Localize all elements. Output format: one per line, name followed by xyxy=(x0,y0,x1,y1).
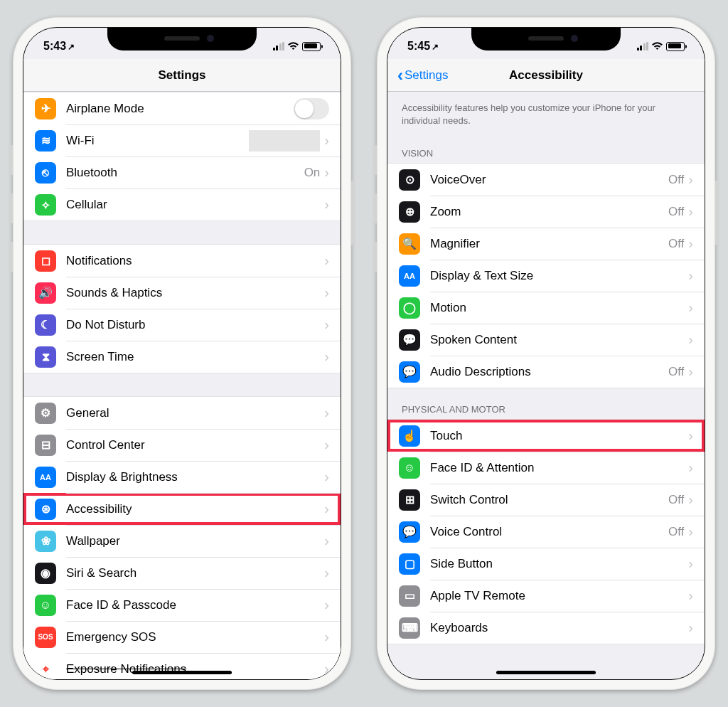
row-faceattention[interactable]: ☺Face ID & Attention› xyxy=(387,452,705,484)
row-magnifier[interactable]: 🔍MagnifierOff› xyxy=(387,228,705,260)
row-switchcontrol[interactable]: ⊞Switch ControlOff› xyxy=(387,484,705,516)
accessibility-list[interactable]: Accessibility features help you customiz… xyxy=(387,92,705,679)
notch xyxy=(107,27,257,51)
row-sounds[interactable]: 🔊Sounds & Haptics› xyxy=(23,277,341,309)
nav-bar: Settings xyxy=(23,59,341,92)
chevron-right-icon: › xyxy=(688,171,693,188)
display-icon: AA xyxy=(35,467,56,488)
group-description: Accessibility features help you customiz… xyxy=(387,92,705,132)
row-voiceover[interactable]: ⊙VoiceOverOff› xyxy=(387,164,705,196)
row-label: Touch xyxy=(430,429,688,443)
battery-icon xyxy=(302,42,321,51)
row-label: Emergency SOS xyxy=(66,630,324,644)
row-siri[interactable]: ◉Siri & Search› xyxy=(23,557,341,589)
row-faceid[interactable]: ☺Face ID & Passcode› xyxy=(23,589,341,621)
magnifier-icon: 🔍 xyxy=(399,233,420,255)
phone-right: 5:45↗ ‹ Settings Accessibility Accessibi… xyxy=(377,17,715,690)
appletv-icon: ▭ xyxy=(399,585,420,607)
zoom-icon: ⊕ xyxy=(399,201,420,223)
row-wifi[interactable]: ≋Wi-Fi› xyxy=(23,124,341,156)
sounds-icon: 🔊 xyxy=(35,282,56,304)
voiceover-icon: ⊙ xyxy=(399,169,420,191)
faceattention-icon: ☺ xyxy=(399,457,420,479)
row-audiodesc[interactable]: 💬Audio DescriptionsOff› xyxy=(387,356,705,388)
bluetooth-icon: ⎋ xyxy=(35,162,56,184)
row-notifications[interactable]: ◻Notifications› xyxy=(23,245,341,277)
chevron-right-icon: › xyxy=(324,629,329,645)
row-display[interactable]: AADisplay & Brightness› xyxy=(23,461,341,493)
row-sidebutton[interactable]: ▢Side Button› xyxy=(387,548,705,580)
nav-title: Settings xyxy=(158,68,205,83)
row-controlcenter[interactable]: ⊟Control Center› xyxy=(23,429,341,461)
row-label: Do Not Disturb xyxy=(66,318,324,332)
screen-right: 5:45↗ ‹ Settings Accessibility Accessibi… xyxy=(387,27,705,680)
row-keyboards[interactable]: ⌨Keyboards› xyxy=(387,612,705,644)
row-label: Motion xyxy=(430,301,688,315)
notch xyxy=(471,27,621,51)
back-label: Settings xyxy=(405,68,448,83)
row-airplane[interactable]: ✈Airplane Mode xyxy=(23,92,341,124)
list-group: ⊙VoiceOverOff›⊕ZoomOff›🔍MagnifierOff›AAD… xyxy=(387,163,705,388)
list-group: ✈Airplane Mode≋Wi-Fi›⎋BluetoothOn›⟡Cellu… xyxy=(23,92,341,221)
row-zoom[interactable]: ⊕ZoomOff› xyxy=(387,196,705,228)
row-label: Display & Text Size xyxy=(430,269,688,283)
row-textsize[interactable]: AADisplay & Text Size› xyxy=(387,260,705,292)
settings-list[interactable]: ✈Airplane Mode≋Wi-Fi›⎋BluetoothOn›⟡Cellu… xyxy=(23,92,341,679)
row-label: Wi-Fi xyxy=(66,134,249,148)
chevron-right-icon: › xyxy=(324,501,329,517)
row-wallpaper[interactable]: ❀Wallpaper› xyxy=(23,525,341,557)
row-spoken[interactable]: 💬Spoken Content› xyxy=(387,324,705,356)
screentime-icon: ⧗ xyxy=(35,346,56,368)
row-label: Cellular xyxy=(66,198,324,212)
row-screentime[interactable]: ⧗Screen Time› xyxy=(23,341,341,373)
chevron-right-icon: › xyxy=(324,437,329,453)
wifi-icon xyxy=(287,41,299,53)
row-value: Off xyxy=(668,525,684,539)
list-group: ⚙General›⊟Control Center›AADisplay & Bri… xyxy=(23,396,341,679)
home-indicator[interactable] xyxy=(132,671,232,674)
row-cellular[interactable]: ⟡Cellular› xyxy=(23,188,341,220)
row-label: Notifications xyxy=(66,254,324,268)
home-indicator[interactable] xyxy=(496,671,596,674)
general-icon: ⚙ xyxy=(35,403,56,424)
row-general[interactable]: ⚙General› xyxy=(23,397,341,429)
chevron-right-icon: › xyxy=(324,661,329,677)
chevron-right-icon: › xyxy=(688,459,693,476)
list-group: ☝Touch›☺Face ID & Attention›⊞Switch Cont… xyxy=(387,419,705,644)
redacted-value xyxy=(249,130,320,152)
chevron-right-icon: › xyxy=(324,317,329,333)
row-touch[interactable]: ☝Touch› xyxy=(387,420,705,452)
back-button[interactable]: ‹ Settings xyxy=(397,68,448,83)
controlcenter-icon: ⊟ xyxy=(35,435,56,456)
row-value: Off xyxy=(668,237,684,251)
row-voicecontrol[interactable]: 💬Voice ControlOff› xyxy=(387,516,705,548)
chevron-right-icon: › xyxy=(324,469,329,485)
row-accessibility[interactable]: ⊛Accessibility› xyxy=(23,493,341,525)
row-label: Voice Control xyxy=(430,525,668,539)
touch-icon: ☝ xyxy=(399,425,420,447)
chevron-right-icon: › xyxy=(688,267,693,284)
group-header: PHYSICAL AND MOTOR xyxy=(387,388,705,419)
row-label: Wallpaper xyxy=(66,534,324,548)
row-value: Off xyxy=(668,493,684,507)
textsize-icon: AA xyxy=(399,265,420,287)
sos-icon: SOS xyxy=(35,627,56,648)
cellular-signal-icon xyxy=(637,42,649,51)
row-appletv[interactable]: ▭Apple TV Remote› xyxy=(387,580,705,612)
screen-left: 5:43↗ Settings ✈Airplane Mode≋Wi-Fi›⎋Blu… xyxy=(23,27,341,680)
siri-icon: ◉ xyxy=(35,563,56,584)
chevron-right-icon: › xyxy=(688,556,693,572)
nav-bar: ‹ Settings Accessibility xyxy=(387,59,705,92)
faceid-icon: ☺ xyxy=(35,595,56,616)
row-exposure[interactable]: ⌖Exposure Notifications› xyxy=(23,653,341,679)
row-bluetooth[interactable]: ⎋BluetoothOn› xyxy=(23,156,341,188)
voicecontrol-icon: 💬 xyxy=(399,521,420,543)
chevron-right-icon: › xyxy=(688,620,693,636)
row-sos[interactable]: SOSEmergency SOS› xyxy=(23,621,341,653)
toggle-airplane[interactable] xyxy=(294,98,329,119)
row-label: Siri & Search xyxy=(66,566,324,580)
row-dnd[interactable]: ☾Do Not Disturb› xyxy=(23,309,341,341)
chevron-right-icon: › xyxy=(688,588,693,604)
row-motion[interactable]: ◯Motion› xyxy=(387,292,705,324)
chevron-right-icon: › xyxy=(324,132,329,149)
